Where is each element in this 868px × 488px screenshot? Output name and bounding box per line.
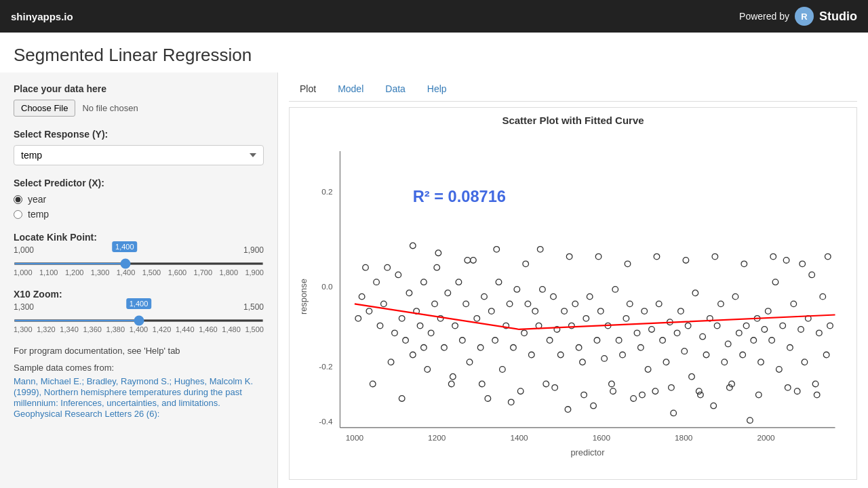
svg-point-155 xyxy=(523,261,529,267)
svg-point-22 xyxy=(388,359,394,365)
svg-point-103 xyxy=(682,348,688,354)
svg-point-37 xyxy=(441,344,448,350)
radio-year-input[interactable] xyxy=(14,195,22,204)
svg-text:1200: 1200 xyxy=(428,433,446,443)
radio-temp-label: temp xyxy=(28,209,49,220)
svg-point-33 xyxy=(428,330,434,336)
svg-point-34 xyxy=(432,301,438,307)
svg-point-15 xyxy=(355,316,361,322)
svg-point-66 xyxy=(547,338,553,344)
svg-point-124 xyxy=(758,359,764,365)
svg-point-77 xyxy=(587,293,593,300)
header: shinyapps.io Powered by R Studio xyxy=(0,0,868,33)
svg-point-176 xyxy=(825,253,831,260)
kink-slider-wrapper: 1,400 xyxy=(14,256,264,267)
rstudio-text: Studio xyxy=(819,9,857,24)
response-dropdown[interactable]: temp year xyxy=(14,145,264,165)
svg-point-18 xyxy=(366,308,372,314)
svg-point-70 xyxy=(561,308,568,314)
svg-point-130 xyxy=(780,323,786,329)
svg-text:R² = 0.08716: R² = 0.08716 xyxy=(413,188,506,205)
x10-zoom-slider[interactable] xyxy=(14,319,264,322)
svg-text:1400: 1400 xyxy=(510,433,528,443)
svg-point-58 xyxy=(517,388,524,394)
kink-point-slider[interactable] xyxy=(14,262,264,265)
svg-point-93 xyxy=(645,367,651,373)
svg-point-64 xyxy=(540,287,546,293)
svg-text:1800: 1800 xyxy=(675,433,693,443)
powered-by-text: Powered by xyxy=(739,11,789,22)
sidebar: Place your data here Choose File No file… xyxy=(0,73,278,488)
radio-year-label: year xyxy=(28,194,46,205)
svg-point-19 xyxy=(374,279,380,285)
kink-point-label: Locate Kink Point: xyxy=(14,232,264,243)
rstudio-icon: R xyxy=(795,7,814,26)
svg-point-122 xyxy=(751,338,757,344)
svg-point-140 xyxy=(816,330,823,336)
x10-max: 1,500 xyxy=(243,302,264,312)
svg-text:0.0: 0.0 xyxy=(321,282,333,291)
predictor-label: Select Predictor (X): xyxy=(14,178,264,188)
kink-ticks: 1,000 1,100 1,200 1,300 1,400 1,500 1,60… xyxy=(14,268,264,277)
fitted-line xyxy=(355,304,835,329)
x10-slider-wrapper: 1,400 xyxy=(14,313,264,324)
svg-point-17 xyxy=(363,264,369,270)
svg-point-107 xyxy=(696,388,702,394)
svg-point-148 xyxy=(421,344,427,350)
svg-point-128 xyxy=(772,279,778,285)
tab-help[interactable]: Help xyxy=(416,78,458,101)
svg-point-136 xyxy=(802,359,808,365)
sample-data-label: Sample data comes from: xyxy=(14,363,264,373)
svg-point-173 xyxy=(785,385,791,391)
svg-text:-0.4: -0.4 xyxy=(319,417,333,426)
svg-point-119 xyxy=(740,352,746,358)
svg-point-60 xyxy=(525,301,531,307)
svg-point-81 xyxy=(601,356,608,362)
svg-point-76 xyxy=(583,316,589,322)
svg-point-112 xyxy=(714,323,720,329)
svg-point-100 xyxy=(671,410,677,416)
svg-point-67 xyxy=(551,293,557,300)
radio-year[interactable]: year xyxy=(14,194,264,205)
tab-plot[interactable]: Plot xyxy=(289,78,327,101)
svg-point-165 xyxy=(669,385,675,391)
svg-point-139 xyxy=(812,381,818,387)
response-label: Select Response (Y): xyxy=(14,129,264,140)
svg-point-51 xyxy=(492,338,498,344)
x10-bubble: 1,400 xyxy=(126,298,152,309)
svg-point-40 xyxy=(452,323,458,329)
svg-point-16 xyxy=(359,293,365,300)
file-upload-label: Place your data here xyxy=(14,83,264,94)
svg-point-170 xyxy=(741,261,747,267)
svg-point-131 xyxy=(783,258,789,264)
svg-point-45 xyxy=(471,258,477,264)
choose-file-button[interactable]: Choose File xyxy=(14,100,75,117)
kink-max: 1,900 xyxy=(243,245,264,255)
svg-point-30 xyxy=(417,323,423,329)
plot-svg-wrapper: 0.2 0.0 -0.2 -0.4 response 1000 1200 140… xyxy=(296,131,850,469)
svg-point-151 xyxy=(465,258,471,264)
kink-point-section: Locate Kink Point: 1,000 1,900 1,400 1,0… xyxy=(14,232,264,277)
tab-data[interactable]: Data xyxy=(374,78,416,101)
svg-point-115 xyxy=(725,341,731,347)
radio-temp-input[interactable] xyxy=(14,210,22,219)
svg-point-118 xyxy=(736,330,743,336)
x10-ticks: 1,300 1,320 1,340 1,360 1,380 1,400 1,42… xyxy=(14,325,264,333)
tab-model[interactable]: Model xyxy=(327,78,374,101)
svg-point-143 xyxy=(827,323,833,329)
citation-link[interactable]: Mann, Michael E.; Bradley, Raymond S.; H… xyxy=(14,376,253,419)
svg-point-114 xyxy=(722,359,728,365)
svg-point-52 xyxy=(496,279,502,285)
svg-point-127 xyxy=(769,338,775,344)
no-file-text: No file chosen xyxy=(82,103,138,113)
svg-point-59 xyxy=(521,330,528,336)
svg-point-43 xyxy=(463,301,469,307)
svg-point-56 xyxy=(511,344,517,350)
kink-bubble: 1,400 xyxy=(112,241,138,252)
plot-title: Scatter Plot with Fitted Curve xyxy=(296,115,850,126)
svg-point-85 xyxy=(616,338,622,344)
svg-point-108 xyxy=(700,333,706,340)
radio-temp[interactable]: temp xyxy=(14,209,264,220)
x10-min: 1,300 xyxy=(14,302,34,312)
svg-point-47 xyxy=(477,344,484,350)
